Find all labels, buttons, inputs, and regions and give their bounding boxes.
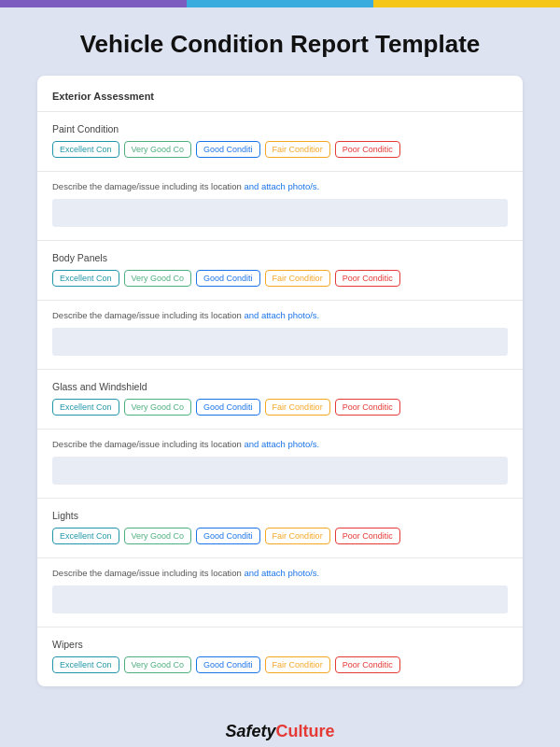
glass-damage-block: Describe the damage/issue including its … <box>37 430 523 499</box>
wipers-verygood-btn[interactable]: Very Good Co <box>124 656 192 673</box>
paint-excellent-btn[interactable]: Excellent Con <box>52 141 119 158</box>
glass-excellent-btn[interactable]: Excellent Con <box>52 399 119 416</box>
wipers-label: Wipers <box>52 639 508 650</box>
page-title: Vehicle Condition Report Template <box>0 7 560 76</box>
paint-damage-text1: Describe the damage/issue including its … <box>52 181 242 191</box>
body-damage-textarea[interactable] <box>52 328 508 356</box>
wipers-excellent-btn[interactable]: Excellent Con <box>52 656 119 673</box>
footer: SafetyCulture <box>0 705 560 747</box>
lights-excellent-btn[interactable]: Excellent Con <box>52 528 119 544</box>
glass-damage-label: Describe the damage/issue including its … <box>52 439 508 449</box>
wipers-poor-btn[interactable]: Poor Conditic <box>335 656 400 673</box>
body-damage-highlight: and attach photo/s. <box>242 310 319 320</box>
paint-fair-btn[interactable]: Fair Conditior <box>265 141 330 158</box>
glass-good-btn[interactable]: Good Conditi <box>196 399 260 416</box>
lights-damage-text1: Describe the damage/issue including its … <box>52 568 242 578</box>
body-verygood-btn[interactable]: Very Good Co <box>124 270 192 287</box>
footer-safety: Safety <box>225 722 275 740</box>
field-paint-condition: Paint Condition Excellent Con Very Good … <box>37 112 523 172</box>
lights-condition-buttons: Excellent Con Very Good Co Good Conditi … <box>52 528 508 544</box>
body-panels-buttons: Excellent Con Very Good Co Good Conditi … <box>52 270 508 287</box>
lights-verygood-btn[interactable]: Very Good Co <box>124 528 192 544</box>
field-lights: Lights Excellent Con Very Good Co Good C… <box>37 499 523 558</box>
paint-condition-buttons: Excellent Con Very Good Co Good Conditi … <box>52 141 508 158</box>
body-damage-block: Describe the damage/issue including its … <box>37 301 523 370</box>
footer-brand: SafetyCulture <box>0 722 560 741</box>
lights-label: Lights <box>52 510 508 521</box>
wipers-fair-btn[interactable]: Fair Conditior <box>265 656 330 673</box>
glass-damage-highlight: and attach photo/s. <box>242 439 319 449</box>
glass-windshield-label: Glass and Windshield <box>52 381 508 392</box>
top-bar-yellow <box>373 0 560 7</box>
glass-damage-text1: Describe the damage/issue including its … <box>52 439 242 449</box>
lights-fair-btn[interactable]: Fair Conditior <box>265 528 330 544</box>
wipers-condition-buttons: Excellent Con Very Good Co Good Conditi … <box>52 656 508 673</box>
paint-verygood-btn[interactable]: Very Good Co <box>124 141 192 158</box>
top-bar-blue <box>187 0 373 7</box>
lights-poor-btn[interactable]: Poor Conditic <box>335 528 400 544</box>
paint-damage-highlight: and attach photo/s. <box>242 181 319 191</box>
lights-damage-label: Describe the damage/issue including its … <box>52 568 508 578</box>
body-panels-label: Body Panels <box>52 252 508 263</box>
glass-damage-textarea[interactable] <box>52 457 508 485</box>
field-wipers: Wipers Excellent Con Very Good Co Good C… <box>37 627 523 686</box>
body-good-btn[interactable]: Good Conditi <box>196 270 260 287</box>
field-body-panels: Body Panels Excellent Con Very Good Co G… <box>37 241 523 301</box>
glass-fair-btn[interactable]: Fair Conditior <box>265 399 330 416</box>
paint-damage-textarea[interactable] <box>52 199 508 227</box>
body-damage-label: Describe the damage/issue including its … <box>52 310 508 320</box>
paint-good-btn[interactable]: Good Conditi <box>196 141 260 158</box>
glass-condition-buttons: Excellent Con Very Good Co Good Conditi … <box>52 399 508 416</box>
main-card: Exterior Assessment Paint Condition Exce… <box>37 76 523 686</box>
lights-good-btn[interactable]: Good Conditi <box>196 528 260 544</box>
paint-poor-btn[interactable]: Poor Conditic <box>335 141 400 158</box>
glass-verygood-btn[interactable]: Very Good Co <box>124 399 192 416</box>
top-bar <box>0 0 560 7</box>
paint-damage-label: Describe the damage/issue including its … <box>52 181 508 191</box>
body-damage-text1: Describe the damage/issue including its … <box>52 310 242 320</box>
paint-damage-block: Describe the damage/issue including its … <box>37 172 523 241</box>
lights-damage-textarea[interactable] <box>52 585 508 613</box>
body-fair-btn[interactable]: Fair Conditior <box>265 270 330 287</box>
lights-damage-block: Describe the damage/issue including its … <box>37 558 523 627</box>
top-bar-purple <box>0 0 187 7</box>
paint-condition-label: Paint Condition <box>52 123 508 134</box>
footer-culture: Culture <box>276 722 335 740</box>
lights-damage-highlight: and attach photo/s. <box>242 568 319 578</box>
body-poor-btn[interactable]: Poor Conditic <box>335 270 400 287</box>
glass-poor-btn[interactable]: Poor Conditic <box>335 399 400 416</box>
body-excellent-btn[interactable]: Excellent Con <box>52 270 119 287</box>
field-glass-windshield: Glass and Windshield Excellent Con Very … <box>37 370 523 430</box>
wipers-good-btn[interactable]: Good Conditi <box>196 656 260 673</box>
section-header: Exterior Assessment <box>37 91 523 112</box>
